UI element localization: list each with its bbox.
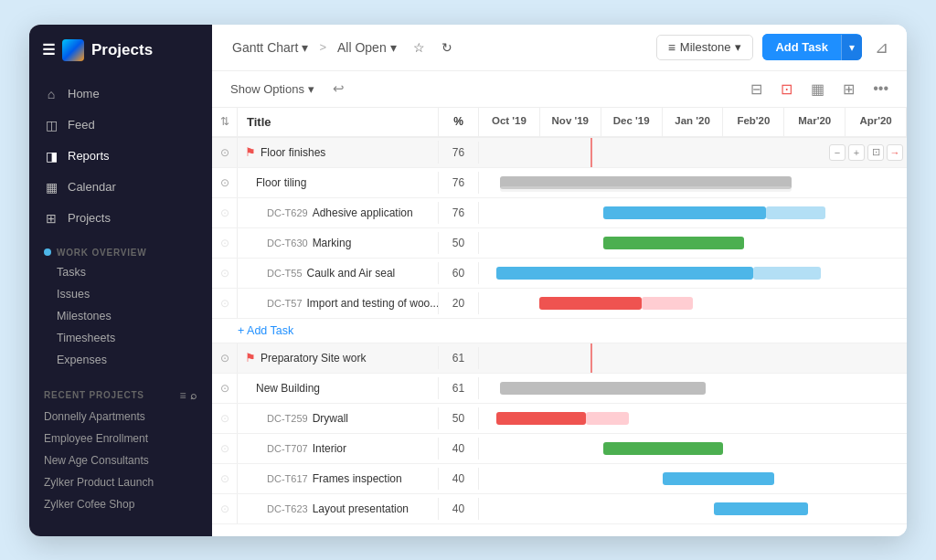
- row-chart-cell: [479, 343, 907, 373]
- row-chart-cell: [479, 434, 907, 463]
- add-task-caret-button[interactable]: ▾: [841, 35, 862, 60]
- row-chart-cell: [479, 228, 907, 258]
- filter-funnel-icon: ⊿: [875, 38, 888, 57]
- month-dec: Dec '19: [601, 108, 663, 136]
- top-bar-right: ≡ Milestone ▾ Add Task ▾ ⊿: [656, 34, 892, 61]
- add-task-button[interactable]: Add Task: [762, 34, 841, 60]
- star-icon: ☆: [413, 40, 425, 55]
- minus-action[interactable]: −: [829, 144, 846, 161]
- row-title-cell: DC-T259 Drywall: [238, 407, 439, 429]
- sidebar-item-home[interactable]: ⌂ Home: [29, 79, 212, 109]
- recent-project-zylker-cofee[interactable]: Zylker Cofee Shop: [29, 493, 212, 515]
- sidebar-item-calendar[interactable]: ▦ Calendar: [29, 173, 212, 202]
- recent-project-newage[interactable]: New Age Consultants: [29, 449, 212, 471]
- sidebar-sub-issues[interactable]: Issues: [29, 283, 212, 305]
- undo-button[interactable]: ↩: [327, 78, 350, 100]
- row-chart-cell: [479, 289, 907, 318]
- table-row: ⊙ DC-T623 Layout presentation 40: [212, 494, 907, 524]
- row-percent-cell: 50: [439, 407, 479, 429]
- table-row: ⊙ DC-T629 Adhesive application 76: [212, 198, 907, 228]
- view-caret-icon: ▾: [302, 40, 308, 55]
- star-button[interactable]: ☆: [408, 37, 431, 58]
- row-title-text: Interior: [313, 442, 346, 455]
- sidebar-item-label: Calendar: [68, 180, 116, 194]
- table-row: ⊙ DC-T707 Interior 40: [212, 434, 907, 464]
- sidebar-sub-milestones[interactable]: Milestones: [29, 305, 212, 327]
- sidebar-item-feed[interactable]: ◫ Feed: [29, 111, 212, 140]
- row-chart-cell: [479, 374, 907, 403]
- recent-project-donnelly[interactable]: Donnelly Apartments: [29, 406, 212, 428]
- gantt-header: ⇅ Title % Oct '19 Nov '19 Dec '19 Jan '2…: [212, 108, 907, 138]
- row-title-text: Preparatory Site work: [261, 352, 366, 365]
- arrow-action[interactable]: →: [887, 144, 903, 161]
- plus-action[interactable]: +: [848, 144, 865, 161]
- row-percent-cell: 61: [439, 347, 479, 369]
- toolbar-icon-2[interactable]: ⊡: [775, 77, 798, 101]
- month-nov: Nov '19: [540, 108, 601, 136]
- toolbar-icon-4[interactable]: ⊞: [837, 77, 860, 101]
- recent-project-zylker-product[interactable]: Zylker Product Launch: [29, 471, 212, 493]
- row-expand-btn[interactable]: ⊙: [212, 464, 238, 493]
- row-expand-btn[interactable]: ⊙: [212, 434, 238, 463]
- row-title-cell: DC-T707 Interior: [238, 438, 439, 460]
- toolbar-icon-1[interactable]: ⊟: [745, 77, 768, 101]
- sidebar-item-projects[interactable]: ⊞ Projects: [29, 204, 212, 233]
- recent-list-icon[interactable]: ≡: [179, 389, 186, 402]
- row-expand-btn[interactable]: ⊙: [212, 404, 238, 433]
- header-chart-col: Oct '19 Nov '19 Dec '19 Jan '20 Feb'20 M…: [479, 108, 907, 136]
- task-id: DC-T617: [267, 473, 308, 484]
- app-window: ☰ Projects ⌂ Home ◫ Feed ◨ Reports ▦ Cal…: [29, 25, 907, 536]
- sidebar-header: ☰ Projects: [29, 25, 212, 74]
- header-percent-col: %: [439, 108, 479, 136]
- table-row: ⊙ New Building 61: [212, 374, 907, 404]
- toolbar-icon-3[interactable]: ▦: [805, 77, 830, 101]
- expand-action[interactable]: ⊡: [867, 144, 884, 161]
- add-task-link[interactable]: + Add Task: [238, 324, 293, 337]
- row-expand-btn[interactable]: ⊙: [212, 259, 238, 288]
- refresh-button[interactable]: ↻: [436, 37, 458, 58]
- gantt-chart-view-button[interactable]: Gantt Chart ▾: [227, 37, 314, 58]
- projects-icon: ⊞: [44, 211, 58, 226]
- show-options-button[interactable]: Show Options ▾: [225, 79, 320, 99]
- sidebar-item-label: Feed: [68, 118, 95, 132]
- sidebar-sub-timesheets[interactable]: Timesheets: [29, 327, 212, 349]
- filter-caret-icon: ▾: [390, 40, 397, 55]
- row-title-cell: New Building: [238, 377, 439, 399]
- task-id: DC-T259: [267, 413, 308, 424]
- table-row: ⊙ ⚑ Preparatory Site work 61: [212, 343, 907, 374]
- recent-search-icon[interactable]: ⌕: [190, 389, 197, 402]
- filter-icon-button[interactable]: ⊿: [871, 34, 892, 61]
- row-title-cell: DC-T623 Layout presentation: [238, 498, 439, 520]
- month-apr: Apr'20: [846, 108, 907, 136]
- month-jan: Jan '20: [663, 108, 724, 136]
- row-title-cell: DC-T630 Marking: [238, 232, 439, 254]
- toolbar-right: ⊟ ⊡ ▦ ⊞ •••: [745, 77, 894, 101]
- toolbar-more-button[interactable]: •••: [867, 77, 894, 100]
- row-expand-btn[interactable]: ⊙: [212, 289, 238, 318]
- all-open-filter-button[interactable]: All Open ▾: [332, 37, 402, 58]
- header-expand-col: ⇅: [212, 108, 238, 136]
- row-expand-btn[interactable]: ⊙: [212, 198, 238, 227]
- recent-project-employee[interactable]: Employee Enrollment: [29, 428, 212, 449]
- hamburger-icon[interactable]: ☰: [42, 41, 55, 58]
- row-title-text: Import and testing of woo...: [307, 297, 439, 310]
- month-feb: Feb'20: [723, 108, 784, 136]
- row-expand-btn[interactable]: ⊙: [212, 494, 238, 523]
- row-expand-btn[interactable]: ⊙: [212, 374, 238, 403]
- row-expand-btn[interactable]: ⊙: [212, 343, 238, 373]
- row-title-text: Caulk and Air seal: [307, 267, 396, 280]
- feed-icon: ◫: [44, 118, 58, 132]
- work-overview-section: WORK OVERVIEW: [29, 238, 212, 261]
- row-title-cell: ⚑ Floor finishes: [238, 141, 439, 164]
- row-percent-cell: 76: [439, 172, 479, 194]
- row-title-text: Marking: [313, 237, 352, 249]
- row-expand-btn[interactable]: ⊙: [212, 228, 238, 258]
- sidebar-item-label: Reports: [68, 149, 110, 163]
- sidebar-sub-tasks[interactable]: Tasks: [29, 261, 212, 283]
- milestone-button[interactable]: ≡ Milestone ▾: [656, 35, 754, 60]
- sidebar-item-reports[interactable]: ◨ Reports: [29, 142, 212, 171]
- table-row: ⊙ DC-T55 Caulk and Air seal 60: [212, 259, 907, 289]
- row-expand-btn[interactable]: ⊙: [212, 138, 238, 167]
- row-expand-btn[interactable]: ⊙: [212, 168, 238, 197]
- sidebar-sub-expenses[interactable]: Expenses: [29, 349, 212, 371]
